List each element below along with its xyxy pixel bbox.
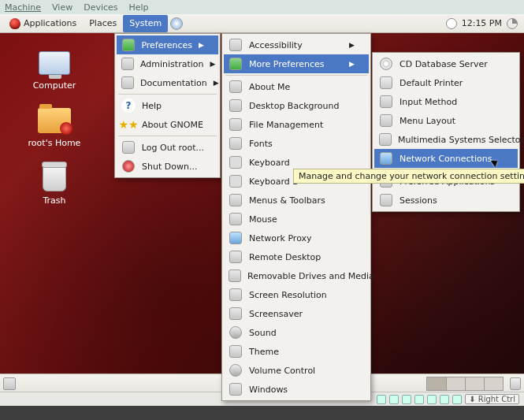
prefs-volume-control[interactable]: Volume Control xyxy=(224,361,369,380)
desktop-icon-computer[interactable]: Computer xyxy=(19,47,90,91)
workspace-1[interactable] xyxy=(427,377,446,390)
system-menu-documentation[interactable]: Documentation ▶ xyxy=(117,73,218,92)
system-menu-administration[interactable]: Administration ▶ xyxy=(117,54,218,73)
system-menu-shutdown[interactable]: Shut Down... xyxy=(117,157,218,176)
system-menu-documentation-label: Documentation xyxy=(140,78,207,88)
prefs-accessibility[interactable]: Accessibility ▶ xyxy=(224,35,369,54)
vm-shared-icon[interactable] xyxy=(427,395,437,404)
moreprefs-sessions[interactable]: Sessions xyxy=(374,191,518,210)
menu-applications[interactable]: Applications xyxy=(3,15,83,32)
system-menu-shutdown-label: Shut Down... xyxy=(142,162,197,172)
vm-hdd-icon[interactable] xyxy=(377,395,386,404)
workspace-3[interactable] xyxy=(465,377,484,390)
prefs-sound[interactable]: Sound xyxy=(224,323,369,342)
prefs-mouse[interactable]: Mouse xyxy=(224,210,369,229)
vm-display-icon[interactable] xyxy=(440,395,449,404)
moreprefs-default-printer[interactable]: Default Printer xyxy=(374,73,518,92)
desktop-background-icon xyxy=(229,99,242,112)
prefs-more-preferences[interactable]: More Preferences ▶ xyxy=(224,54,369,73)
system-menu-logout-label: Log Out root... xyxy=(142,143,204,153)
system-menu-about-gnome[interactable]: ★★ About GNOME xyxy=(117,115,218,134)
vm-usb-icon[interactable] xyxy=(414,395,424,404)
workspace-2[interactable] xyxy=(446,377,465,390)
prefs-removable[interactable]: Removable Drives and Media xyxy=(224,266,369,285)
moreprefs-mm-selector[interactable]: Multimedia Systems Selector xyxy=(374,130,518,149)
remote-desktop-icon xyxy=(229,251,242,263)
vm-menu-view[interactable]: View xyxy=(52,2,72,13)
multimedia-icon xyxy=(379,133,392,146)
prefs-more-preferences-label: More Preferences xyxy=(249,59,324,69)
prefs-desktop-background-label: Desktop Background xyxy=(249,101,340,111)
system-menu-administration-label: Administration xyxy=(140,59,204,69)
workspace-4[interactable] xyxy=(484,377,503,390)
menus-toolbars-icon xyxy=(229,194,242,206)
prefs-windows[interactable]: Windows xyxy=(224,380,369,399)
system-menu-preferences[interactable]: Preferences ▶ xyxy=(117,35,218,54)
vm-net-icon[interactable] xyxy=(402,395,411,404)
logout-icon xyxy=(122,141,135,154)
vm-mouse-icon[interactable] xyxy=(452,395,462,404)
volume-control-icon xyxy=(229,364,242,377)
keyboard-icon xyxy=(229,156,242,169)
prefs-menus-toolbars[interactable]: Menus & Toolbars xyxy=(224,191,369,210)
menu-separator xyxy=(225,75,367,76)
desktop-icon-home[interactable]: root's Home xyxy=(19,105,90,148)
workspace-switcher[interactable] xyxy=(426,377,504,391)
moreprefs-menu-layout[interactable]: Menu Layout xyxy=(374,111,518,130)
about-me-icon xyxy=(229,80,242,93)
network-proxy-icon xyxy=(229,232,242,244)
volume-icon[interactable] xyxy=(507,18,518,29)
preferences-icon xyxy=(122,39,135,51)
system-menu-logout[interactable]: Log Out root... xyxy=(117,138,218,157)
more-preferences-menu: CD Database Server Default Printer Input… xyxy=(372,52,520,212)
redhat-icon xyxy=(9,18,20,29)
prefs-file-management[interactable]: File Management xyxy=(224,115,369,134)
vm-menu-machine[interactable]: Machine xyxy=(5,2,41,13)
sessions-icon xyxy=(380,194,392,206)
prefs-screen-resolution-label: Screen Resolution xyxy=(249,290,327,300)
prefs-desktop-background[interactable]: Desktop Background xyxy=(224,96,369,115)
prefs-accessibility-label: Accessibility xyxy=(249,40,303,50)
vm-titlebar: Machine View Devices Help xyxy=(0,0,524,14)
browser-launcher-icon[interactable] xyxy=(169,17,184,31)
prefs-network-proxy[interactable]: Network Proxy xyxy=(224,229,369,247)
moreprefs-cd-database-label: CD Database Server xyxy=(400,59,488,69)
chevron-down-icon: ⬇ xyxy=(469,395,475,403)
panel-trash-icon[interactable] xyxy=(510,377,521,390)
menu-places[interactable]: Places xyxy=(83,15,123,32)
vm-hostkey-indicator[interactable]: ⬇ Right Ctrl xyxy=(465,394,519,404)
desktop-icon-computer-label: Computer xyxy=(19,80,90,91)
moreprefs-cd-database[interactable]: CD Database Server xyxy=(374,54,518,73)
desktop-icon-trash[interactable]: Trash xyxy=(19,162,90,206)
prefs-screen-resolution[interactable]: Screen Resolution xyxy=(224,285,369,304)
prefs-theme[interactable]: Theme xyxy=(224,342,369,361)
moreprefs-input-method[interactable]: Input Method xyxy=(374,92,518,111)
moreprefs-default-printer-label: Default Printer xyxy=(400,78,463,88)
prefs-about-me-label: About Me xyxy=(249,82,290,92)
prefs-volume-control-label: Volume Control xyxy=(249,366,315,376)
top-panel: Applications Places System 12:15 PM xyxy=(0,14,524,33)
prefs-fonts[interactable]: Fonts xyxy=(224,134,369,153)
clock[interactable]: 12:15 PM xyxy=(462,18,502,28)
vm-menu-devices[interactable]: Devices xyxy=(84,2,117,13)
prefs-network-proxy-label: Network Proxy xyxy=(249,233,312,243)
vm-menu-help[interactable]: Help xyxy=(129,2,149,13)
chevron-right-icon: ▶ xyxy=(349,60,355,68)
vm-cd-icon[interactable] xyxy=(389,395,399,404)
prefs-removable-label: Removable Drives and Media xyxy=(247,271,374,281)
system-menu-about-gnome-label: About GNOME xyxy=(142,120,203,130)
prefs-remote-desktop[interactable]: Remote Desktop xyxy=(224,247,369,266)
prefs-about-me[interactable]: About Me xyxy=(224,77,369,96)
chevron-right-icon: ▶ xyxy=(210,60,216,68)
windows-icon xyxy=(229,383,242,396)
show-desktop-button[interactable] xyxy=(3,377,16,390)
prefs-menus-toolbars-label: Menus & Toolbars xyxy=(249,195,325,206)
home-folder-icon xyxy=(38,108,71,133)
desktop-area[interactable]: Applications Places System 12:15 PM Comp… xyxy=(0,14,524,406)
menu-system[interactable]: System xyxy=(123,15,168,32)
prefs-mouse-label: Mouse xyxy=(249,214,277,225)
menu-separator xyxy=(118,136,217,136)
system-menu-help[interactable]: ? Help xyxy=(117,96,218,115)
update-notifier-icon[interactable] xyxy=(446,18,457,29)
prefs-screensaver[interactable]: Screensaver xyxy=(224,304,369,323)
